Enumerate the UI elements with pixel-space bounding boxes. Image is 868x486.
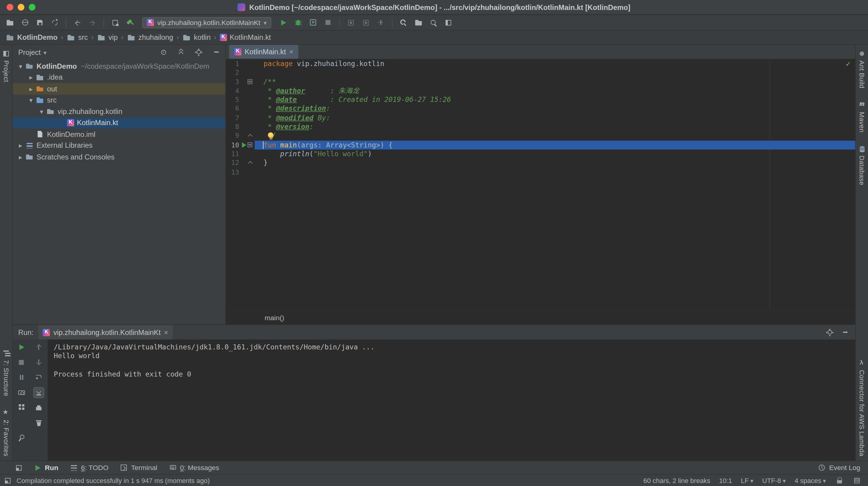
tool-strip-button-database[interactable]: Database [858, 145, 866, 186]
breadcrumb-item[interactable]: kotlin [182, 33, 211, 41]
indent-widget[interactable]: 4 spaces [795, 477, 826, 485]
web-icon[interactable] [21, 18, 29, 27]
debug-icon[interactable] [294, 18, 303, 27]
tree-row[interactable]: KotlinDemo~/codespace/javaWorkSpace/Kotl… [13, 60, 225, 72]
code-line[interactable]: 4 * @author : 朱海龙 [226, 86, 855, 95]
expand-arrow-icon[interactable] [27, 96, 35, 104]
editor-tab[interactable]: KotlinMain.kt [229, 45, 299, 59]
code-line[interactable]: 12} [226, 159, 855, 168]
code-line[interactable]: 10fun main(args: Array<String>) { [226, 141, 855, 150]
soft-wrap-icon[interactable] [34, 373, 43, 382]
tree-row[interactable]: out [13, 83, 225, 95]
tree-row[interactable]: .idea [13, 72, 225, 83]
code-line[interactable]: 6 * @description: [226, 104, 855, 113]
run-icon[interactable] [279, 18, 287, 27]
expand-arrow-icon[interactable] [27, 73, 35, 82]
intention-bulb-icon[interactable] [267, 132, 274, 140]
code-line[interactable]: 8 * @version: [226, 122, 855, 131]
tree-row[interactable]: External Libraries [13, 140, 225, 151]
tool-strip-button-7-structure[interactable]: 7: Structure [2, 349, 10, 396]
code-line[interactable]: 1package vip.zhuhailong.kotlin [226, 59, 855, 68]
code-editor[interactable]: 1package vip.zhuhailong.kotlin23/**4 * @… [226, 59, 855, 310]
line-separator-widget[interactable]: LF [741, 477, 753, 485]
collapse-all-icon[interactable] [177, 48, 185, 56]
pin-icon[interactable] [17, 433, 26, 442]
encoding-widget[interactable]: UTF-8 [762, 477, 786, 485]
settings-icon[interactable] [194, 48, 203, 56]
profiler-icon[interactable] [346, 18, 355, 27]
fold-marker-icon[interactable] [247, 142, 253, 147]
tool-window-button-run[interactable]: Run [33, 463, 58, 472]
back-icon[interactable] [73, 18, 82, 27]
console-output[interactable]: /Library/Java/JavaVirtualMachines/jdk1.8… [48, 339, 855, 461]
close-window-button[interactable] [7, 4, 13, 10]
code-line[interactable]: 7 * @modified By: [226, 113, 855, 122]
sync-icon[interactable] [50, 18, 59, 27]
tool-windows-toggle-icon[interactable] [3, 476, 12, 485]
locate-icon[interactable] [159, 48, 167, 56]
editor-breadcrumb[interactable]: main() [226, 310, 855, 325]
breadcrumb-item[interactable]: zhuhailong [127, 33, 173, 41]
search-icon[interactable] [429, 18, 438, 27]
fold-marker-icon[interactable] [247, 79, 253, 84]
tree-row[interactable]: Scratches and Consoles [13, 151, 225, 162]
settings-icon[interactable] [826, 328, 834, 336]
inspection-profile-icon[interactable] [852, 476, 861, 485]
build-icon[interactable] [126, 18, 134, 27]
attach-icon[interactable] [361, 18, 370, 27]
run-tab[interactable]: vip.zhuhailong.kotlin.KotlinMainKt [38, 325, 173, 339]
tool-strip-button-maven[interactable]: Maven [858, 101, 866, 133]
hide-icon[interactable] [212, 48, 221, 56]
code-line[interactable]: 2 [226, 68, 855, 77]
code-line[interactable]: 9 */ [226, 131, 855, 141]
close-icon[interactable] [164, 328, 168, 336]
tool-strip-button-connector-for-aws-lambda[interactable]: Connector for AWS Lambda [858, 359, 866, 456]
save-all-icon[interactable] [36, 18, 44, 27]
up-icon[interactable] [34, 343, 43, 352]
project-structure-icon[interactable] [414, 18, 423, 27]
run-configuration-select[interactable]: vip.zhuhailong.kotlin.KotlinMainKt [142, 17, 271, 28]
breadcrumb-item[interactable]: KotlinDemo [5, 33, 58, 41]
minimize-window-button[interactable] [18, 4, 24, 10]
scroll-end-icon[interactable] [34, 388, 44, 398]
wrench-icon[interactable] [399, 18, 408, 27]
inspections-ok-icon[interactable] [845, 60, 852, 68]
expand-arrow-icon[interactable] [37, 107, 46, 116]
camera-icon[interactable] [17, 388, 26, 396]
breadcrumb-item[interactable]: vip [97, 33, 118, 41]
edit-config-icon[interactable] [111, 18, 119, 27]
print-icon[interactable] [34, 404, 43, 413]
rerun-icon[interactable] [17, 343, 26, 352]
tool-window-button-todo[interactable]: 6: TODO [69, 463, 108, 472]
lock-icon[interactable] [835, 476, 844, 485]
tree-row[interactable]: KotlinDemo.iml [13, 128, 225, 140]
tool-windows-icon[interactable] [14, 463, 23, 472]
tree-row[interactable]: src [13, 94, 225, 106]
tool-strip-button-ant-build[interactable]: Ant Build [858, 49, 866, 88]
expand-arrow-icon[interactable] [16, 62, 25, 70]
expand-arrow-icon[interactable] [16, 153, 25, 161]
zoom-window-button[interactable] [29, 4, 36, 10]
event-log-button[interactable]: Event Log [817, 463, 860, 472]
tool-strip-button-2-favorites[interactable]: 2: Favorites [2, 408, 10, 456]
down-icon[interactable] [34, 358, 43, 367]
tool-window-button-terminal[interactable]: Terminal [120, 463, 157, 472]
layout-icon[interactable] [444, 18, 453, 27]
tool-window-button-messages[interactable]: 0: Messages [168, 463, 219, 472]
open-icon[interactable] [5, 18, 14, 27]
breadcrumb-item[interactable]: src [67, 33, 88, 41]
code-line[interactable]: 13 [226, 168, 855, 177]
tree-row[interactable]: KotlinMain.kt [13, 117, 225, 128]
stop-icon[interactable] [324, 18, 333, 27]
expand-arrow-icon[interactable] [27, 85, 35, 93]
fold-marker-icon[interactable] [247, 133, 253, 139]
expand-arrow-icon[interactable] [16, 142, 25, 150]
chevron-down-icon[interactable] [43, 48, 46, 56]
tool-strip-button-project[interactable]: Project [2, 49, 10, 82]
trash-icon[interactable] [34, 419, 43, 427]
forward-icon[interactable] [88, 18, 97, 27]
code-line[interactable]: 11 println("Hello world") [226, 150, 855, 159]
pause-icon[interactable] [17, 373, 26, 382]
code-line[interactable]: 3/** [226, 77, 855, 86]
caret-position-widget[interactable]: 10:1 [719, 477, 732, 485]
